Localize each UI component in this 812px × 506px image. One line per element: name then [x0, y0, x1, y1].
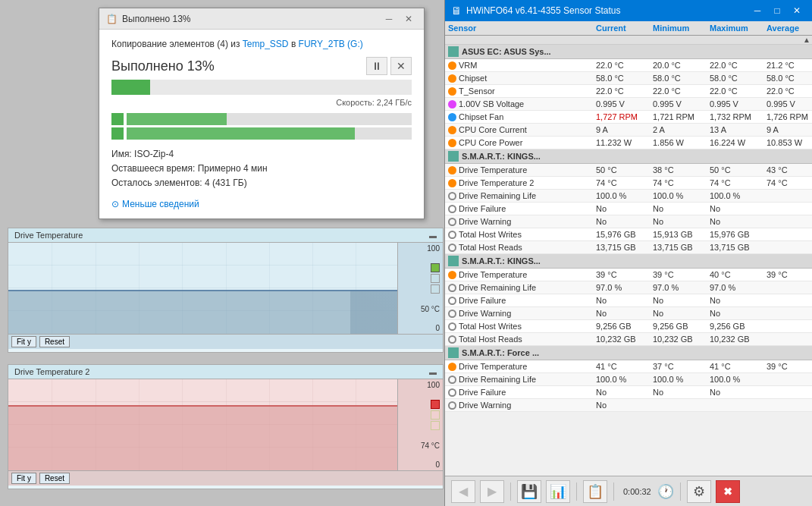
- hwinfo-minimize[interactable]: ─: [748, 3, 767, 18]
- sensor-current: 1,727 RPM: [593, 112, 650, 122]
- pause-button[interactable]: ⏸: [366, 57, 387, 75]
- table-row[interactable]: Drive Remaining Life100.0 %100.0 %100.0 …: [445, 373, 812, 386]
- sensor-icon-circle-gray: [448, 297, 456, 305]
- table-row[interactable]: Total Host Writes9,256 GB9,256 GB9,256 G…: [445, 320, 812, 333]
- minimize-button[interactable]: ─: [380, 11, 398, 27]
- drive-temp2-title-bar: Drive Temperature 2 ▬: [8, 365, 443, 379]
- table-row[interactable]: VRM22.0 °C20.0 °C22.0 °C21.2 °C: [445, 59, 812, 72]
- table-row[interactable]: Drive Remaining Life100.0 %100.0 %100.0 …: [445, 190, 812, 203]
- table-row[interactable]: CPU Core Current9 A2 A13 A9 A: [445, 124, 812, 137]
- sensor-minimum: 20.0 °C: [650, 60, 707, 71]
- table-row[interactable]: Drive Temperature 274 °C74 °C74 °C74 °C: [445, 177, 812, 190]
- sensor-minimum: No: [650, 216, 707, 227]
- reset-button-1[interactable]: Reset: [39, 336, 70, 347]
- table-row[interactable]: Drive WarningNo: [445, 399, 812, 412]
- sensor-minimum: 1.856 W: [650, 137, 707, 148]
- sensor-name-text: Drive Temperature: [459, 165, 527, 174]
- scroll-up-arrow[interactable]: ▲: [445, 36, 812, 45]
- sensor-name-cell: Total Host Reads: [445, 334, 593, 344]
- drive-temp-chart: Drive Temperature ▬ 100 50 °C: [8, 228, 444, 353]
- sensor-current: 97.0 %: [593, 282, 650, 293]
- table-row[interactable]: Drive Remaining Life97.0 %97.0 %97.0 %: [445, 281, 812, 294]
- table-row[interactable]: Drive Temperature39 °C39 °C40 °C39 °C: [445, 269, 812, 281]
- table-row[interactable]: Chipset58.0 °C58.0 °C58.0 °C58.0 °C: [445, 72, 812, 85]
- sensor-name-cell: Chipset: [445, 73, 593, 83]
- exit-button[interactable]: ✖: [716, 480, 740, 503]
- table-row[interactable]: 1.00V SB Voltage0.995 V0.995 V0.995 V0.9…: [445, 98, 812, 111]
- table-row[interactable]: CPU Core Power11.232 W1.856 W16.224 W10.…: [445, 137, 812, 149]
- collapse-row[interactable]: ⊙ Меньше сведений: [111, 199, 412, 209]
- sensor-current: 11.232 W: [593, 137, 650, 148]
- sensor-average: 58.0 °C: [763, 73, 812, 83]
- table-row[interactable]: Drive Temperature50 °C38 °C50 °C43 °C: [445, 164, 812, 177]
- reset-button-2[interactable]: Reset: [39, 473, 70, 484]
- cancel-button[interactable]: ✕: [390, 57, 412, 75]
- sensor-name-text: Drive Warning: [459, 217, 511, 226]
- file-fill-1: [127, 113, 227, 125]
- sensor-icon-temp: [448, 166, 456, 174]
- chart-button[interactable]: 📊: [546, 480, 570, 503]
- sensor-current: 0.995 V: [593, 99, 650, 109]
- y2-min-label: 0: [401, 460, 440, 469]
- settings-button[interactable]: ⚙: [687, 480, 711, 503]
- table-row[interactable]: Drive FailureNoNoNo: [445, 203, 812, 215]
- fit-y-button-1[interactable]: Fit y: [11, 336, 36, 347]
- table-row[interactable]: Drive FailureNoNoNo: [445, 386, 812, 399]
- drive-temp-area[interactable]: 100 50 °C 0: [8, 243, 443, 334]
- sensor-average: 9 A: [763, 124, 812, 135]
- sensor-maximum: 97.0 %: [707, 282, 763, 293]
- copy-dialog-titlebar[interactable]: 📋 Выполнено 13% ─ ✕: [99, 8, 424, 30]
- close-button[interactable]: ✕: [400, 11, 418, 27]
- drive-temp-rise: [350, 291, 397, 334]
- table-row[interactable]: Drive WarningNoNoNo: [445, 215, 812, 228]
- table-row[interactable]: Total Host Reads13,715 GB13,715 GB13,715…: [445, 241, 812, 254]
- sensor-icon-circle-gray: [448, 218, 456, 226]
- sensor-name-text: Drive Failure: [459, 204, 506, 213]
- file-track-1: [127, 113, 412, 125]
- dest-path-link[interactable]: FURY_2TB (G:): [299, 39, 363, 49]
- sensor-average: 22.0 °C: [763, 86, 812, 96]
- file-icon-2: [111, 127, 124, 140]
- hwinfo-restore[interactable]: □: [768, 3, 786, 18]
- table-row[interactable]: Chipset Fan1,727 RPM1,721 RPM1,732 RPM1,…: [445, 111, 812, 124]
- source-path-link[interactable]: Temp_SSD: [243, 39, 289, 49]
- sensor-icon-circle-gray: [448, 231, 456, 239]
- sensor-minimum: 1,721 RPM: [650, 112, 707, 122]
- copy-button[interactable]: 📋: [583, 480, 607, 503]
- sensor-current: 22.0 °C: [593, 60, 650, 71]
- drive-temp2-area[interactable]: 100 74 °C 0: [8, 379, 443, 470]
- sensor-minimum: 9,256 GB: [650, 321, 707, 332]
- nav-forward-button[interactable]: ▶: [480, 480, 504, 503]
- chart-y-axis-2: 100 74 °C 0: [397, 379, 443, 470]
- y-indicator-2: [431, 274, 440, 283]
- hwinfo-titlebar[interactable]: 🖥 HWiNFO64 v6.41-4355 Sensor Status ─ □ …: [445, 0, 812, 21]
- sensor-maximum: 0.995 V: [707, 99, 763, 109]
- sensor-name-text: Drive Warning: [459, 401, 511, 410]
- fit-y-button-2[interactable]: Fit y: [11, 473, 36, 484]
- table-row[interactable]: T_Sensor22.0 °C22.0 °C22.0 °C22.0 °C: [445, 85, 812, 98]
- table-row[interactable]: Drive Temperature41 °C37 °C41 °C39 °C: [445, 360, 812, 373]
- sensor-maximum: 22.0 °C: [707, 60, 763, 71]
- section-icon-smart-kings2: [448, 256, 459, 266]
- sensor-current: 9,256 GB: [593, 321, 650, 332]
- section-header-smart-kings2: S.M.A.R.T.: KINGS...: [445, 254, 812, 269]
- sensor-icon-current: [448, 139, 456, 147]
- sensor-maximum: No: [707, 308, 763, 319]
- sensor-average: [763, 247, 812, 248]
- table-row[interactable]: Total Host Writes15,976 GB15,913 GB15,97…: [445, 228, 812, 241]
- toolbar-sep-1: [510, 482, 511, 501]
- nav-back-button[interactable]: ◀: [451, 480, 475, 503]
- table-row[interactable]: Drive FailureNoNoNo: [445, 294, 812, 307]
- sensor-current: 39 °C: [593, 269, 650, 280]
- table-row[interactable]: Total Host Reads10,232 GB10,232 GB10,232…: [445, 333, 812, 346]
- table-row[interactable]: Drive WarningNoNoNo: [445, 307, 812, 320]
- sensor-maximum: 58.0 °C: [707, 73, 763, 83]
- sensor-current: No: [593, 295, 650, 306]
- sensor-average: 43 °C: [763, 165, 812, 175]
- toolbar-sep-4: [680, 482, 681, 501]
- col-average: Average: [763, 24, 812, 33]
- hwinfo-close[interactable]: ✕: [788, 3, 806, 18]
- sensor-average: [763, 391, 812, 393]
- sensor-average: 1,726 RPM: [763, 112, 812, 122]
- save-button[interactable]: 💾: [517, 480, 541, 503]
